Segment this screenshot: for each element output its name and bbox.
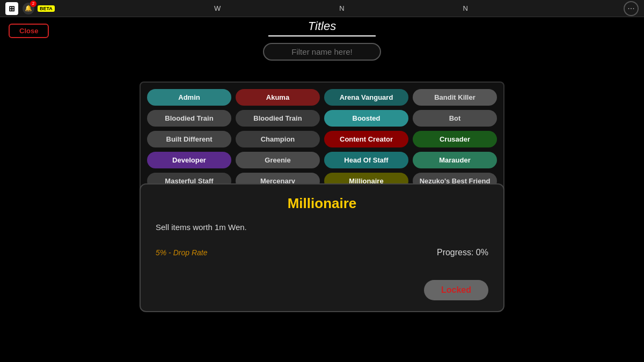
nav-w: W	[214, 4, 221, 12]
page-title: Titles	[268, 19, 376, 36]
title-btn-arena-vanguard[interactable]: Arena Vanguard	[324, 89, 408, 106]
title-btn-bandit-killer[interactable]: Bandit Killer	[413, 89, 497, 106]
top-bar: ⊞ 🔔 2 BETA W N N ···	[0, 0, 644, 17]
detail-footer: 5% - Drop Rate Progress: 0%	[156, 248, 488, 257]
nav-labels: W N N	[59, 4, 624, 12]
beta-badge: BETA	[38, 5, 55, 12]
titles-grid: AdminAkumaArena VanguardBandit KillerBlo…	[147, 89, 497, 189]
close-button[interactable]: Close	[9, 24, 49, 38]
title-btn-champion[interactable]: Champion	[236, 131, 320, 147]
title-btn-bot[interactable]: Bot	[413, 110, 497, 127]
title-btn-head-of-staff[interactable]: Head Of Staff	[324, 152, 408, 168]
roblox-logo: ⊞	[5, 2, 18, 15]
progress-text: Progress: 0%	[437, 248, 488, 257]
notif-count: 2	[30, 1, 36, 7]
title-btn-bloodied-train[interactable]: Bloodied Train	[236, 110, 320, 127]
title-btn-crusader[interactable]: Crusader	[413, 131, 497, 147]
title-btn-content-creator[interactable]: Content Creator	[324, 131, 408, 147]
locked-button[interactable]: Locked	[424, 280, 488, 300]
more-button[interactable]: ···	[624, 1, 639, 16]
drop-rate: 5% - Drop Rate	[156, 248, 207, 257]
title-btn-admin[interactable]: Admin	[147, 89, 231, 106]
title-btn-greenie[interactable]: Greenie	[236, 152, 320, 168]
titles-panel: AdminAkumaArena VanguardBandit KillerBlo…	[140, 82, 504, 197]
filter-input[interactable]	[263, 43, 381, 61]
title-btn-boosted[interactable]: Boosted	[324, 110, 408, 127]
notification-badge[interactable]: 🔔 2	[23, 3, 34, 14]
title-btn-akuma[interactable]: Akuma	[236, 89, 320, 106]
title-btn-built-different[interactable]: Built Different	[147, 131, 231, 147]
title-btn-bloodied-train[interactable]: Bloodied Train	[147, 110, 231, 127]
detail-description: Sell items worth 1m Wen.	[156, 223, 488, 232]
detail-title: Millionaire	[156, 195, 488, 212]
detail-panel: Millionaire Sell items worth 1m Wen. 5% …	[140, 183, 504, 312]
title-btn-developer[interactable]: Developer	[147, 152, 231, 168]
nav-n1: N	[339, 4, 345, 12]
nav-n2: N	[463, 4, 469, 12]
title-btn-marauder[interactable]: Marauder	[413, 152, 497, 168]
